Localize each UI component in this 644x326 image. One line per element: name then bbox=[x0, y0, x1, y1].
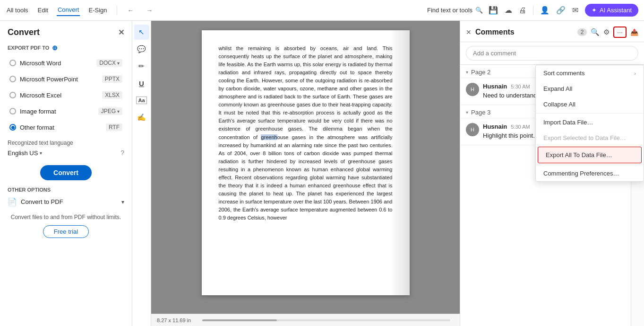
ai-star-icon: ✦ bbox=[592, 7, 597, 14]
chevron-down-icon: ▾ bbox=[117, 61, 120, 66]
pdf-icon: 📄 bbox=[8, 197, 17, 206]
underline-icon: U bbox=[139, 79, 144, 88]
radio-excel bbox=[9, 92, 16, 98]
dropdown-export-all[interactable]: Export All To Data File… bbox=[538, 147, 642, 163]
highlight-icon: ✏ bbox=[138, 62, 145, 70]
search-icon[interactable]: 🔍 bbox=[475, 7, 483, 14]
ai-assistant-button[interactable]: ✦ AI Assistant bbox=[585, 4, 638, 17]
more-options-button[interactable]: ··· bbox=[613, 26, 627, 38]
search-box[interactable]: Find text or tools 🔍 bbox=[427, 7, 483, 14]
option-image-label: Image format bbox=[20, 108, 56, 115]
add-export-icon[interactable]: ⊕ bbox=[52, 44, 58, 52]
account-icon[interactable]: 👤 bbox=[540, 6, 550, 15]
comment-author-1: Husnain bbox=[483, 83, 507, 90]
option-excel[interactable]: Microsoft Excel XLSX bbox=[8, 88, 124, 103]
select-tool-button[interactable]: ↖ bbox=[134, 25, 149, 40]
lang-value: English US bbox=[8, 150, 38, 157]
chevron-down-icon: ▾ bbox=[466, 110, 468, 115]
canvas-area: whilst the remaining is absorbed by ocea… bbox=[151, 21, 460, 326]
pdf-highlight: greenh bbox=[261, 134, 277, 140]
canvas-scroll[interactable]: whilst the remaining is absorbed by ocea… bbox=[151, 21, 460, 314]
option-image[interactable]: Image format JPEG ▾ bbox=[8, 104, 124, 119]
comment-time-1: 5:30 AM bbox=[511, 84, 530, 89]
promo-text: Convert files to and from PDF without li… bbox=[8, 213, 124, 221]
option-image-badge: JPEG ▾ bbox=[98, 107, 122, 115]
ai-label: AI Assistant bbox=[600, 7, 632, 14]
dropdown-expand-all[interactable]: Expand All bbox=[536, 81, 644, 97]
comments-header: ✕ Comments 2 🔍 ⚙ ··· 📤 bbox=[460, 21, 644, 42]
dropdown-export-selected: Export Selected to Data File… bbox=[536, 130, 644, 146]
link-icon[interactable]: 🔗 bbox=[556, 6, 566, 15]
free-trial-button[interactable]: Free trial bbox=[43, 225, 89, 238]
comment-tool-button[interactable]: 💬 bbox=[134, 42, 149, 57]
lang-selector[interactable]: English US ▾ bbox=[8, 150, 42, 157]
chevron-right-icon: › bbox=[634, 70, 636, 76]
chevron-down-icon: ▾ bbox=[40, 150, 42, 156]
convert-button[interactable]: Convert bbox=[40, 165, 92, 180]
right-panel: ✕ Comments 2 🔍 ⚙ ··· 📤 Sort comments › E… bbox=[460, 21, 644, 326]
nav-all-tools[interactable]: All tools bbox=[6, 5, 29, 16]
dropdown-commenting-prefs[interactable]: Commenting Preferences… bbox=[536, 166, 644, 181]
comments-close-button[interactable]: ✕ bbox=[466, 28, 472, 36]
filter-icon[interactable]: ⚙ bbox=[603, 28, 610, 36]
option-other[interactable]: Other format RTF bbox=[8, 120, 124, 135]
comment-time-2: 5:30 AM bbox=[511, 124, 530, 130]
left-panel: Convert ✕ EXPORT PDF TO ⊕ Microsoft Word… bbox=[0, 21, 132, 326]
signature-tool-button[interactable]: ✍ bbox=[134, 110, 149, 125]
underline-tool-button[interactable]: U bbox=[134, 76, 149, 91]
panel-title: Convert bbox=[8, 27, 40, 37]
option-ppt[interactable]: Microsoft PowerPoint PPTX bbox=[8, 71, 124, 87]
topbar-icons: 💾 ☁ 🖨 👤 🔗 ✉ ✦ AI Assistant bbox=[489, 4, 638, 17]
icons-divider bbox=[533, 6, 533, 15]
mail-icon[interactable]: ✉ bbox=[572, 6, 578, 15]
save-icon[interactable]: 💾 bbox=[489, 6, 498, 15]
comment-input[interactable] bbox=[466, 46, 638, 61]
page-fade bbox=[391, 30, 410, 295]
search-comments-icon[interactable]: 🔍 bbox=[591, 28, 600, 36]
search-area: Find text or tools 🔍 💾 ☁ 🖨 👤 🔗 ✉ ✦ AI As… bbox=[427, 4, 638, 17]
highlight-tool-button[interactable]: ✏ bbox=[134, 59, 149, 74]
panel-close-button[interactable]: ✕ bbox=[118, 28, 124, 37]
dropdown-menu: Sort comments › Expand All Collapse All … bbox=[535, 65, 644, 182]
option-ppt-badge: PPTX bbox=[102, 75, 122, 83]
option-word[interactable]: Microsoft Word DOCX ▾ bbox=[8, 55, 124, 70]
help-icon[interactable]: ? bbox=[120, 149, 124, 157]
option-excel-badge: XLSX bbox=[102, 91, 122, 99]
signature-icon: ✍ bbox=[137, 113, 146, 122]
page-size: 8.27 x 11.69 in bbox=[157, 317, 191, 323]
undo-button[interactable]: ← bbox=[126, 6, 136, 15]
option-other-badge: RTF bbox=[106, 123, 122, 131]
dropdown-collapse-all[interactable]: Collapse All bbox=[536, 97, 644, 112]
option-word-badge: DOCX ▾ bbox=[96, 59, 122, 67]
select-icon: ↖ bbox=[138, 28, 145, 36]
topbar-divider bbox=[117, 6, 117, 15]
pdf-text: whilst the remaining is absorbed by ocea… bbox=[219, 44, 393, 222]
radio-other bbox=[9, 124, 16, 131]
convert-to-pdf-row[interactable]: 📄 Convert to PDF ▾ bbox=[0, 194, 132, 209]
nav-edit[interactable]: Edit bbox=[37, 5, 49, 16]
print-icon[interactable]: 🖨 bbox=[519, 6, 526, 15]
dropdown-sort-comments[interactable]: Sort comments › bbox=[536, 65, 644, 81]
text-tool-button[interactable]: Aa bbox=[134, 93, 149, 108]
option-excel-label: Microsoft Excel bbox=[20, 92, 61, 99]
dropdown-divider bbox=[536, 113, 644, 114]
pdf-page: whilst the remaining is absorbed by ocea… bbox=[202, 30, 410, 295]
vertical-toolbar: ↖ 💬 ✏ U Aa ✍ bbox=[132, 21, 151, 326]
radio-word bbox=[9, 60, 16, 66]
nav-esign[interactable]: E-Sign bbox=[87, 5, 108, 16]
search-text: Find text or tools bbox=[427, 7, 472, 14]
avatar-2: H bbox=[466, 123, 479, 136]
statusbar: 8.27 x 11.69 in bbox=[151, 314, 460, 326]
radio-image bbox=[9, 108, 16, 115]
page-3-label: Page 3 bbox=[471, 109, 490, 116]
redo-button[interactable]: → bbox=[145, 6, 155, 15]
text-icon: Aa bbox=[136, 97, 146, 104]
export-comment-icon[interactable]: 📤 bbox=[630, 28, 638, 36]
cloud-icon[interactable]: ☁ bbox=[505, 6, 512, 15]
option-other-label: Other format bbox=[20, 124, 54, 131]
dropdown-import-data[interactable]: Import Data File… bbox=[536, 115, 644, 130]
radio-ppt bbox=[9, 76, 16, 82]
panel-header: Convert ✕ bbox=[0, 21, 132, 42]
nav-convert[interactable]: Convert bbox=[57, 4, 80, 16]
avatar-1: H bbox=[466, 83, 479, 96]
